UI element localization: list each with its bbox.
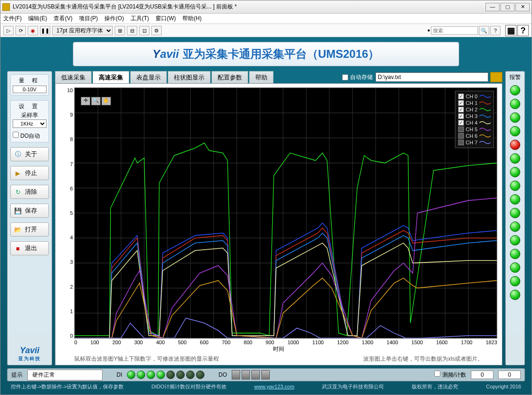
maximize-button[interactable]: ▢ xyxy=(501,3,515,11)
save-icon: 💾 xyxy=(14,206,22,215)
alarm-led xyxy=(510,276,520,286)
alarm-led xyxy=(510,99,520,109)
window-title: LV2014亚为USB采集卡通用信号采集平台 [LV2014亚为USB采集卡通用… xyxy=(13,3,485,11)
minimize-button[interactable]: — xyxy=(485,3,500,11)
save-button[interactable]: 💾保存 xyxy=(10,204,49,218)
open-button[interactable]: 📂打开 xyxy=(10,222,49,237)
tip-label: 提示 xyxy=(11,371,23,379)
pause-button[interactable]: ❚❚ xyxy=(40,26,50,35)
menu-window[interactable]: 窗口(W) xyxy=(156,15,176,23)
menu-project[interactable]: 项目(P) xyxy=(79,15,98,23)
reorder-tool[interactable]: ⊡ xyxy=(139,26,149,35)
refresh-icon: ↻ xyxy=(14,188,22,196)
range-value[interactable]: 0-10V xyxy=(13,86,47,93)
rate-label: 采样率 xyxy=(13,111,47,119)
help-icon[interactable]: ? xyxy=(490,26,501,35)
zoom-cross-icon[interactable]: ✛ xyxy=(81,97,90,105)
do-auto-checkbox[interactable] xyxy=(13,132,19,138)
menu-view[interactable]: 查看(V) xyxy=(54,15,72,23)
alarm-led xyxy=(510,140,520,150)
alarm-led xyxy=(510,194,520,205)
app-icon xyxy=(2,3,10,11)
left-panel: 量 程 0-10V 设 置 采样率 1KHz DO自动 ⓘ关于 ▶停止 ↻清除 … xyxy=(7,71,52,365)
status-text: 硬件正常 xyxy=(27,370,102,380)
abort-button[interactable]: ◉ xyxy=(28,26,38,35)
run-button[interactable]: ▷ xyxy=(3,26,14,35)
toolbar: ▷ ⟳ ◉ ❚❚ 17pt 应用程序字体 ⊞ ⊟ ⊡ ⚙ • 🔍 ? ▦ ? xyxy=(0,24,532,37)
count-1: 0 xyxy=(471,371,493,379)
alarm-led xyxy=(510,235,520,245)
brand-logo: Yavii xyxy=(153,47,179,61)
tab-low-speed[interactable]: 低速采集 xyxy=(55,71,92,84)
alarm-led xyxy=(510,208,520,218)
alarm-led xyxy=(510,221,520,232)
alarm-label: 报警 xyxy=(509,73,521,81)
search-icon: • xyxy=(427,26,430,35)
clear-button[interactable]: ↻清除 xyxy=(10,185,49,199)
do-switches[interactable] xyxy=(232,370,270,379)
alarm-led xyxy=(510,85,520,95)
tab-help[interactable]: 帮助 xyxy=(249,71,274,84)
play-icon: ▶ xyxy=(14,169,22,177)
brand-corner: Yavii 亚为科技 xyxy=(10,346,49,362)
website-link[interactable]: www.yav123.com xyxy=(254,384,295,389)
setting-label: 设 置 xyxy=(13,103,47,111)
alarm-led xyxy=(510,181,520,191)
hint-right: 波形图上单击右键，可导出数据为xls或者图片。 xyxy=(363,355,483,363)
grid-icon[interactable]: ▦ xyxy=(505,25,516,36)
count-2: 0 xyxy=(498,371,521,379)
tab-config[interactable]: 配置参数 xyxy=(211,71,248,84)
alarm-led xyxy=(510,249,520,259)
path-input[interactable] xyxy=(376,72,488,82)
search-go-button[interactable]: 🔍 xyxy=(479,26,489,35)
info-icon: ⓘ xyxy=(14,150,22,158)
alarm-panel: 报警 xyxy=(505,71,525,365)
status-bar: 提示 硬件正常 DI DO 测频/计数 0 0 xyxy=(7,368,525,381)
tab-gauge[interactable]: 表盘显示 xyxy=(130,71,167,84)
banner: Yavii 亚为采集卡通用采集平台（UMS2016） xyxy=(73,42,459,66)
chart-panel: ✛ 🔍 ✋ 109876543210 ✓CH 0✓CH 1✓CH 2✓CH 3✓… xyxy=(55,83,502,365)
y-axis[interactable]: 109876543210 xyxy=(60,87,74,339)
tab-high-speed[interactable]: 高速采集 xyxy=(93,71,129,84)
open-icon: 📂 xyxy=(14,225,22,234)
stop-button[interactable]: ▶停止 xyxy=(10,166,49,180)
alarm-led xyxy=(510,290,520,300)
exit-button[interactable]: ■退出 xyxy=(10,241,49,255)
alarm-led xyxy=(510,126,520,136)
stop-icon: ■ xyxy=(14,244,22,253)
about-button[interactable]: ⓘ关于 xyxy=(10,147,49,161)
menu-help[interactable]: 帮助(H) xyxy=(182,15,202,23)
align-tool[interactable]: ⊞ xyxy=(115,26,125,35)
alarm-led xyxy=(510,153,520,164)
help-big-icon[interactable]: ? xyxy=(517,25,529,36)
title-bar: LV2014亚为USB采集卡通用信号采集平台 [LV2014亚为USB采集卡通用… xyxy=(0,0,532,14)
menu-edit[interactable]: 编辑(E) xyxy=(28,15,47,23)
zoom-icon[interactable]: 🔍 xyxy=(91,97,101,105)
close-button[interactable]: ✕ xyxy=(516,3,530,11)
autosave-checkbox[interactable] xyxy=(342,74,348,80)
settings-icon[interactable]: ⚙ xyxy=(151,26,162,35)
hint-left: 鼠标双击波形图Y轴上下限数字，可修改波形图的显示量程 xyxy=(74,355,219,363)
rate-select[interactable]: 1KHz xyxy=(13,119,47,128)
legend[interactable]: ✓CH 0✓CH 1✓CH 2✓CH 3✓CH 4CH 5CH 6CH 7 xyxy=(455,91,494,148)
alarm-led xyxy=(510,262,520,273)
distribute-tool[interactable]: ⊟ xyxy=(127,26,137,35)
pan-icon[interactable]: ✋ xyxy=(102,97,111,105)
di-label: DI xyxy=(117,371,122,378)
do-label: DO xyxy=(219,371,227,378)
browse-button[interactable] xyxy=(490,72,502,82)
x-label: 时间 xyxy=(60,345,497,353)
menu-tools[interactable]: 工具(T) xyxy=(131,15,149,23)
footer: 控件上右键->数据操作->设置为默认值，保存参数 DIDO计频计数仅对部分硬件有… xyxy=(7,381,525,392)
tab-bar-chart[interactable]: 柱状图显示 xyxy=(168,71,211,84)
plot-area[interactable]: ✓CH 0✓CH 1✓CH 2✓CH 3✓CH 4CH 5CH 6CH 7 xyxy=(74,87,497,339)
search-input[interactable] xyxy=(431,26,478,35)
menu-file[interactable]: 文件(F) xyxy=(3,15,22,23)
menu-operate[interactable]: 操作(O) xyxy=(104,15,124,23)
x-axis[interactable]: 0100200300400500600700800900100011001200… xyxy=(74,339,497,345)
run-continuous-button[interactable]: ⟳ xyxy=(16,26,26,35)
tab-bar: 低速采集 高速采集 表盘显示 柱状图显示 配置参数 帮助 自动存储 xyxy=(55,71,502,83)
count-checkbox[interactable] xyxy=(434,371,440,377)
alarm-led xyxy=(510,112,520,123)
font-select[interactable]: 17pt 应用程序字体 xyxy=(52,26,113,35)
